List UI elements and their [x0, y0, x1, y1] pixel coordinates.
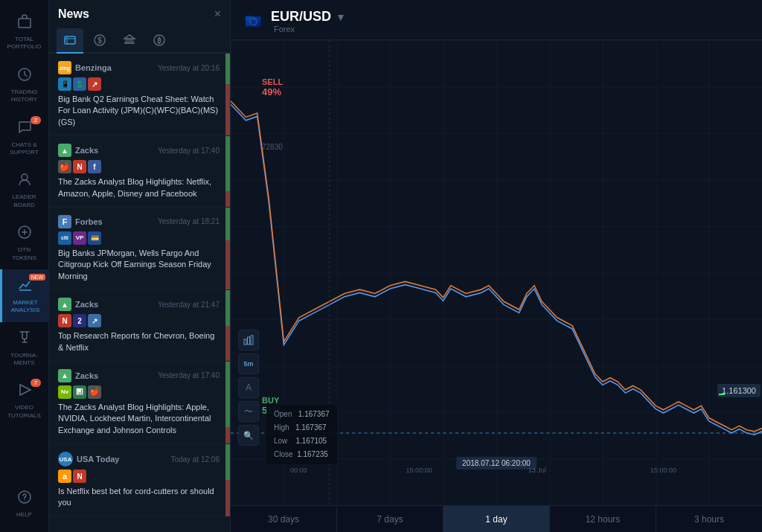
source-name: Zacks — [75, 371, 98, 380]
chats-badge: 2 — [31, 116, 41, 124]
sidebar-label-portfolio: TOTAL PORTFOLIO — [7, 36, 41, 51]
pair-info: EUR/USD ▼ Forex — [271, 9, 346, 33]
logo-pill: 🍎 — [58, 160, 71, 173]
source-name: Zacks — [75, 300, 98, 309]
sentiment-bar — [225, 208, 230, 289]
x-label-1: 00:00 — [290, 467, 307, 474]
zoom-button[interactable]: 🔍 — [238, 425, 259, 446]
news-item[interactable]: ▲ Zacks Yesterday at 21:47 N 2 ↗ Top Res… — [49, 290, 230, 362]
news-item[interactable]: USA USA Today Today at 12:06 a N Is Netf… — [49, 444, 230, 517]
main-area: 🇪🇺 EUR/USD ▼ Forex — [231, 0, 762, 532]
news-source: zing Benzinga — [58, 61, 112, 74]
news-title: News — [58, 7, 89, 21]
news-item[interactable]: ▲ Zacks Yesterday at 17:40 Nv 📊 🍎 The Za… — [49, 362, 230, 444]
market-badge-new: NEW — [29, 274, 45, 281]
news-item[interactable]: zing Benzinga Yesterday at 20:16 📱 💲 ↗ B… — [49, 54, 230, 136]
sidebar-item-chats[interactable]: 2 CHATS & SUPPORT — [0, 112, 48, 164]
sell-indicator: SELL 49% — [262, 77, 283, 97]
news-panel: News × $ — [49, 0, 231, 532]
sidebar-item-total-portfolio[interactable]: TOTAL PORTFOLIO — [0, 6, 48, 59]
news-headline: Top Research Reports for Chevron, Boeing… — [58, 330, 220, 353]
current-price-label: 1.161300 — [717, 384, 761, 397]
sidebar-item-otn-tokens[interactable]: OTN TOKENS — [0, 217, 48, 269]
news-item[interactable]: ▲ Zacks Yesterday at 17:40 🍎 N f The Zac… — [49, 136, 230, 208]
news-headline: The Zacks Analyst Blog Highlights: Apple… — [58, 402, 220, 436]
ohlc-high: High 1.167367 — [274, 421, 330, 435]
svg-rect-14 — [129, 39, 130, 43]
filter-tab-bank[interactable] — [116, 28, 143, 52]
time-30days[interactable]: 30 days — [231, 506, 337, 532]
logo-pill: ↗ — [88, 314, 101, 327]
sentiment-bar — [225, 444, 230, 516]
chart-type-button[interactable] — [238, 330, 259, 350]
news-header: News × — [49, 0, 230, 25]
news-logos: a N — [58, 469, 220, 483]
filter-tab-bitcoin[interactable]: ₿ — [146, 28, 173, 52]
sidebar-item-video-tutorials[interactable]: 7 VIDEO TUTORIALS — [0, 374, 48, 427]
time-12hours[interactable]: 12 hours — [550, 506, 656, 532]
news-time: Yesterday at 20:16 — [158, 64, 220, 72]
logo-pill: 💲 — [73, 77, 86, 91]
x-label-4: 15:00:00 — [650, 467, 676, 474]
time-3hours[interactable]: 3 hours — [656, 506, 762, 532]
news-source: F Forbes — [58, 215, 103, 228]
time-cursor-label: 2018.07.12 06:20:00 — [456, 457, 537, 469]
filter-tab-dollar[interactable]: $ — [86, 28, 113, 52]
leaderboard-icon — [16, 171, 33, 191]
svg-rect-24 — [248, 337, 250, 344]
logo-pill: f — [88, 160, 101, 173]
news-item[interactable]: F Forbes Yesterday at 18:21 citi VP 💳 Bi… — [49, 208, 230, 290]
sidebar-item-trading-history[interactable]: TRADING HISTORY — [0, 59, 48, 112]
ohlc-box: Open 1.167367 High 1.167367 Low 1.167105… — [266, 405, 337, 464]
news-source: ▲ Zacks — [58, 369, 98, 382]
sidebar-item-tournaments[interactable]: TOURNA- MENTS — [0, 322, 48, 375]
source-icon-zacks: ▲ — [58, 144, 71, 157]
sidebar-label-market: MARKET ANALYSIS — [11, 299, 40, 315]
logo-pill: N — [73, 469, 86, 483]
logo-pill: 🍎 — [88, 385, 101, 399]
logo-pill: 📊 — [73, 385, 86, 399]
time-1day[interactable]: 1 day — [444, 506, 550, 532]
sidebar-item-help[interactable]: HELP — [0, 481, 48, 526]
pair-dropdown-arrow[interactable]: ▼ — [336, 11, 346, 23]
pair-name: EUR/USD — [271, 9, 331, 25]
timeframe-button[interactable]: 5m — [238, 353, 259, 374]
svg-rect-15 — [132, 39, 133, 43]
news-logos: Nv 📊 🍎 — [58, 385, 220, 399]
indicator-button[interactable]: A — [238, 377, 259, 398]
news-item-header: ▲ Zacks Yesterday at 17:40 — [58, 144, 220, 157]
logo-pill: 💳 — [88, 231, 101, 245]
logo-pill: N — [58, 314, 71, 327]
sell-percent: 49% — [262, 86, 283, 97]
sidebar-item-market-analysis[interactable]: NEW MARKET ANALYSIS — [0, 269, 48, 322]
sidebar-item-leaderboard[interactable]: LEADER BOARD — [0, 164, 48, 217]
help-icon — [16, 489, 33, 509]
draw-button[interactable]: 〜 — [238, 401, 259, 422]
news-close-button[interactable]: × — [214, 7, 221, 21]
news-item-header: ▲ Zacks Yesterday at 17:40 — [58, 369, 220, 382]
sidebar-label-leaderboard: LEADER BOARD — [12, 193, 36, 209]
sentiment-bar — [225, 136, 230, 207]
news-logos: 📱 💲 ↗ — [58, 77, 220, 91]
news-time: Yesterday at 18:21 — [158, 217, 220, 225]
x-label-2: 15:00:00 — [406, 467, 432, 474]
chart-toolbar: 5m A 〜 🔍 — [238, 330, 259, 446]
ohlc-open: Open 1.167367 — [274, 408, 330, 421]
news-logos: N 2 ↗ — [58, 314, 220, 327]
currency-flag: 🇪🇺 — [243, 11, 263, 32]
svg-rect-23 — [244, 339, 246, 344]
source-name: Benzinga — [75, 63, 112, 72]
news-headline: Is Netflix best bet for cord-cutters or … — [58, 486, 220, 509]
news-list: zing Benzinga Yesterday at 20:16 📱 💲 ↗ B… — [49, 54, 230, 532]
source-icon-forbes: F — [58, 215, 71, 228]
source-icon-zacks2: ▲ — [58, 298, 71, 311]
news-headline: The Zacks Analyst Blog Highlights: Netfl… — [58, 176, 220, 199]
news-source: USA USA Today — [58, 452, 119, 467]
sell-label: SELL — [262, 77, 283, 86]
news-time: Yesterday at 17:40 — [158, 371, 220, 379]
chart-time-bar: 30 days 7 days 1 day 12 hours 3 hours — [231, 505, 762, 532]
news-item-header: USA USA Today Today at 12:06 — [58, 452, 220, 467]
time-7days[interactable]: 7 days — [337, 506, 444, 532]
filter-tab-chart[interactable] — [57, 28, 83, 52]
svg-rect-0 — [19, 19, 31, 28]
